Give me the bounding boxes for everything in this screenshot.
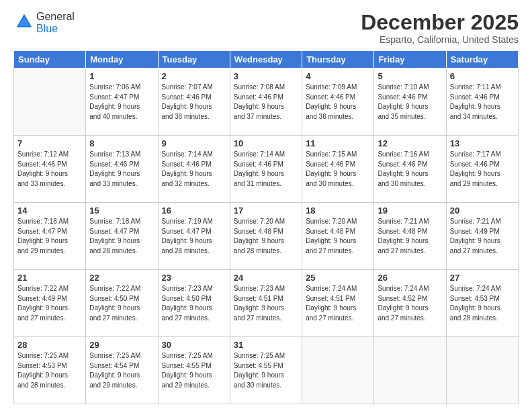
day-info: Sunrise: 7:18 AMSunset: 4:47 PMDaylight:… — [89, 217, 154, 256]
day-number: 22 — [89, 273, 154, 283]
calendar-cell: 1Sunrise: 7:06 AMSunset: 4:47 PMDaylight… — [86, 68, 158, 136]
calendar-cell: 17Sunrise: 7:20 AMSunset: 4:48 PMDayligh… — [230, 203, 302, 270]
day-info: Sunrise: 7:23 AMSunset: 4:51 PMDaylight:… — [234, 284, 298, 323]
day-info: Sunrise: 7:17 AMSunset: 4:46 PMDaylight:… — [450, 150, 515, 189]
calendar-cell: 28Sunrise: 7:25 AMSunset: 4:53 PMDayligh… — [14, 337, 86, 404]
day-info: Sunrise: 7:20 AMSunset: 4:48 PMDaylight:… — [234, 217, 298, 256]
day-info: Sunrise: 7:10 AMSunset: 4:46 PMDaylight:… — [378, 83, 442, 122]
day-info: Sunrise: 7:06 AMSunset: 4:47 PMDaylight:… — [89, 83, 154, 122]
day-number: 8 — [89, 138, 154, 148]
calendar-cell: 24Sunrise: 7:23 AMSunset: 4:51 PMDayligh… — [230, 270, 302, 337]
day-info: Sunrise: 7:16 AMSunset: 4:46 PMDaylight:… — [378, 150, 442, 189]
weekday-header-sunday: Sunday — [14, 51, 86, 68]
calendar-cell: 12Sunrise: 7:16 AMSunset: 4:46 PMDayligh… — [374, 136, 446, 203]
calendar-cell: 9Sunrise: 7:14 AMSunset: 4:46 PMDaylight… — [158, 136, 230, 203]
day-number: 30 — [162, 340, 226, 350]
day-info: Sunrise: 7:08 AMSunset: 4:46 PMDaylight:… — [234, 83, 298, 122]
main-title: December 2025 — [361, 11, 519, 34]
day-info: Sunrise: 7:25 AMSunset: 4:53 PMDaylight:… — [17, 351, 82, 390]
day-number: 9 — [162, 138, 226, 148]
day-info: Sunrise: 7:21 AMSunset: 4:49 PMDaylight:… — [450, 217, 515, 256]
day-info: Sunrise: 7:25 AMSunset: 4:55 PMDaylight:… — [162, 351, 226, 390]
day-info: Sunrise: 7:18 AMSunset: 4:47 PMDaylight:… — [17, 217, 82, 256]
calendar-table: SundayMondayTuesdayWednesdayThursdayFrid… — [13, 50, 519, 404]
day-info: Sunrise: 7:09 AMSunset: 4:46 PMDaylight:… — [306, 83, 370, 122]
page: General Blue December 2025 Esparto, Cali… — [0, 0, 532, 411]
day-info: Sunrise: 7:23 AMSunset: 4:50 PMDaylight:… — [162, 284, 226, 323]
weekday-header-row: SundayMondayTuesdayWednesdayThursdayFrid… — [14, 51, 519, 68]
calendar-cell — [14, 68, 86, 136]
day-number: 14 — [17, 205, 82, 216]
logo-icon — [15, 12, 34, 31]
day-number: 5 — [378, 71, 442, 81]
day-number: 3 — [234, 71, 298, 81]
day-number: 20 — [450, 205, 515, 216]
calendar-cell: 3Sunrise: 7:08 AMSunset: 4:46 PMDaylight… — [230, 68, 302, 136]
calendar-cell: 20Sunrise: 7:21 AMSunset: 4:49 PMDayligh… — [446, 203, 518, 270]
day-info: Sunrise: 7:14 AMSunset: 4:46 PMDaylight:… — [234, 150, 298, 189]
weekday-header-friday: Friday — [374, 51, 446, 68]
day-number: 2 — [162, 71, 226, 81]
logo-text: General Blue — [36, 11, 75, 35]
calendar-cell: 29Sunrise: 7:25 AMSunset: 4:54 PMDayligh… — [86, 337, 158, 404]
day-info: Sunrise: 7:22 AMSunset: 4:49 PMDaylight:… — [17, 284, 82, 323]
calendar-cell: 5Sunrise: 7:10 AMSunset: 4:46 PMDaylight… — [374, 68, 446, 136]
day-number: 23 — [162, 273, 226, 283]
day-info: Sunrise: 7:11 AMSunset: 4:46 PMDaylight:… — [450, 83, 515, 122]
day-number: 4 — [306, 71, 370, 81]
calendar-cell: 4Sunrise: 7:09 AMSunset: 4:46 PMDaylight… — [302, 68, 374, 136]
weekday-header-wednesday: Wednesday — [230, 51, 302, 68]
calendar-cell — [374, 337, 446, 404]
day-number: 21 — [17, 273, 82, 283]
calendar-cell — [446, 337, 518, 404]
day-info: Sunrise: 7:25 AMSunset: 4:54 PMDaylight:… — [89, 351, 154, 390]
calendar-cell: 10Sunrise: 7:14 AMSunset: 4:46 PMDayligh… — [230, 136, 302, 203]
week-row-0: 1Sunrise: 7:06 AMSunset: 4:47 PMDaylight… — [14, 68, 519, 136]
weekday-header-saturday: Saturday — [446, 51, 518, 68]
day-info: Sunrise: 7:13 AMSunset: 4:46 PMDaylight:… — [89, 150, 154, 189]
day-number: 7 — [17, 138, 82, 148]
calendar-cell: 23Sunrise: 7:23 AMSunset: 4:50 PMDayligh… — [158, 270, 230, 337]
calendar-cell: 21Sunrise: 7:22 AMSunset: 4:49 PMDayligh… — [14, 270, 86, 337]
calendar-cell: 27Sunrise: 7:24 AMSunset: 4:53 PMDayligh… — [446, 270, 518, 337]
weekday-header-tuesday: Tuesday — [158, 51, 230, 68]
day-number: 15 — [89, 205, 154, 216]
day-info: Sunrise: 7:20 AMSunset: 4:48 PMDaylight:… — [306, 217, 370, 256]
calendar-cell — [302, 337, 374, 404]
day-info: Sunrise: 7:24 AMSunset: 4:51 PMDaylight:… — [306, 284, 370, 323]
week-row-4: 28Sunrise: 7:25 AMSunset: 4:53 PMDayligh… — [14, 337, 519, 404]
week-row-3: 21Sunrise: 7:22 AMSunset: 4:49 PMDayligh… — [14, 270, 519, 337]
day-number: 13 — [450, 138, 515, 148]
header: General Blue December 2025 Esparto, Cali… — [13, 11, 519, 45]
calendar-cell: 13Sunrise: 7:17 AMSunset: 4:46 PMDayligh… — [446, 136, 518, 203]
day-info: Sunrise: 7:19 AMSunset: 4:47 PMDaylight:… — [162, 217, 226, 256]
day-info: Sunrise: 7:24 AMSunset: 4:53 PMDaylight:… — [450, 284, 515, 323]
day-info: Sunrise: 7:25 AMSunset: 4:55 PMDaylight:… — [234, 351, 298, 390]
calendar-cell: 7Sunrise: 7:12 AMSunset: 4:46 PMDaylight… — [14, 136, 86, 203]
day-info: Sunrise: 7:14 AMSunset: 4:46 PMDaylight:… — [162, 150, 226, 189]
subtitle: Esparto, California, United States — [361, 34, 519, 45]
day-info: Sunrise: 7:15 AMSunset: 4:46 PMDaylight:… — [306, 150, 370, 189]
weekday-header-thursday: Thursday — [302, 51, 374, 68]
weekday-header-monday: Monday — [86, 51, 158, 68]
day-number: 12 — [378, 138, 442, 148]
day-number: 6 — [450, 71, 515, 81]
calendar-cell: 18Sunrise: 7:20 AMSunset: 4:48 PMDayligh… — [302, 203, 374, 270]
day-number: 10 — [234, 138, 298, 148]
day-info: Sunrise: 7:12 AMSunset: 4:46 PMDaylight:… — [17, 150, 82, 189]
day-number: 16 — [162, 205, 226, 216]
calendar-cell: 19Sunrise: 7:21 AMSunset: 4:48 PMDayligh… — [374, 203, 446, 270]
day-number: 25 — [306, 273, 370, 283]
calendar-cell: 22Sunrise: 7:22 AMSunset: 4:50 PMDayligh… — [86, 270, 158, 337]
calendar-cell: 31Sunrise: 7:25 AMSunset: 4:55 PMDayligh… — [230, 337, 302, 404]
calendar-cell: 14Sunrise: 7:18 AMSunset: 4:47 PMDayligh… — [14, 203, 86, 270]
day-number: 29 — [89, 340, 154, 350]
calendar-cell: 11Sunrise: 7:15 AMSunset: 4:46 PMDayligh… — [302, 136, 374, 203]
day-number: 31 — [234, 340, 298, 350]
calendar-cell: 26Sunrise: 7:24 AMSunset: 4:52 PMDayligh… — [374, 270, 446, 337]
title-block: December 2025 Esparto, California, Unite… — [361, 11, 519, 45]
calendar-cell: 2Sunrise: 7:07 AMSunset: 4:46 PMDaylight… — [158, 68, 230, 136]
week-row-2: 14Sunrise: 7:18 AMSunset: 4:47 PMDayligh… — [14, 203, 519, 270]
calendar-cell: 16Sunrise: 7:19 AMSunset: 4:47 PMDayligh… — [158, 203, 230, 270]
day-info: Sunrise: 7:22 AMSunset: 4:50 PMDaylight:… — [89, 284, 154, 323]
